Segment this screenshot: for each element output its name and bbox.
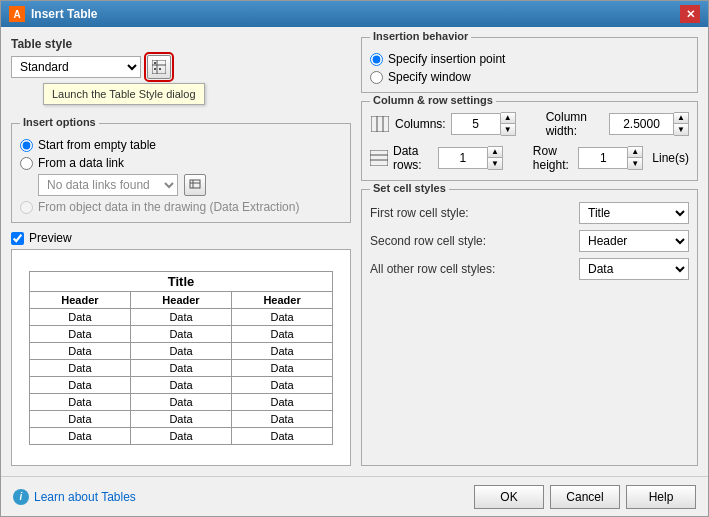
data-rows-setting: Data rows: ▲ ▼: [370, 144, 503, 172]
radio-specify-window-label: Specify window: [388, 70, 471, 84]
columns-icon: [370, 115, 390, 133]
preview-data-1-2: Data: [130, 308, 231, 325]
data-rows-spinner: ▲ ▼: [438, 146, 503, 170]
svg-rect-12: [370, 150, 388, 166]
columns-spinner: ▲ ▼: [451, 112, 516, 136]
rows-icon: [370, 149, 388, 167]
row-height-label: Row height:: [533, 144, 573, 172]
columns-spin-down[interactable]: ▼: [501, 124, 515, 135]
row-height-input[interactable]: [578, 147, 628, 169]
preview-header-cell-2: Header: [130, 291, 231, 308]
preview-title-row: Title: [29, 271, 332, 291]
radio-insertion-point-label: Specify insertion point: [388, 52, 505, 66]
insertion-behavior-group: Insertion behavior Specify insertion poi…: [361, 37, 698, 93]
cancel-button[interactable]: Cancel: [550, 485, 620, 509]
data-link-browse-button[interactable]: [184, 174, 206, 196]
insert-options-label: Insert options: [20, 116, 99, 128]
insertion-radios: Specify insertion point Specify window: [370, 52, 689, 84]
data-rows-spin-down[interactable]: ▼: [488, 158, 502, 169]
preview-label: Preview: [29, 231, 72, 245]
radio-data-link-row: From a data link: [20, 156, 342, 170]
column-width-spin-down[interactable]: ▼: [674, 124, 688, 135]
svg-rect-3: [154, 68, 156, 70]
svg-rect-9: [371, 116, 389, 132]
preview-data-row-6: Data Data Data: [29, 393, 332, 410]
data-rows-label: Data rows:: [393, 144, 433, 172]
table-style-dialog-button[interactable]: [147, 55, 171, 79]
preview-check-row: Preview: [11, 231, 351, 245]
preview-data-row-4: Data Data Data: [29, 359, 332, 376]
data-rows-row: Data rows: ▲ ▼ Row height:: [370, 144, 689, 172]
preview-title-cell: Title: [29, 271, 332, 291]
radio-data-link[interactable]: [20, 157, 33, 170]
svg-rect-4: [159, 68, 161, 70]
data-rows-spin-up[interactable]: ▲: [488, 147, 502, 158]
data-link-select[interactable]: No data links found: [38, 174, 178, 196]
svg-rect-5: [154, 62, 156, 64]
second-row-select[interactable]: Title Header Data: [579, 230, 689, 252]
preview-data-row-8: Data Data Data: [29, 427, 332, 444]
radio-extraction-row: From object data in the drawing (Data Ex…: [20, 200, 342, 214]
preview-header-cell-1: Header: [29, 291, 130, 308]
table-style-icon: [152, 60, 166, 74]
info-icon: i: [13, 489, 29, 505]
row-height-spin-up[interactable]: ▲: [628, 147, 642, 158]
first-row-select[interactable]: Title Header Data: [579, 202, 689, 224]
column-width-spinner: ▲ ▼: [609, 112, 689, 136]
radio-extraction-label: From object data in the drawing (Data Ex…: [38, 200, 299, 214]
preview-data-row-2: Data Data Data: [29, 325, 332, 342]
cell-styles-group: Set cell styles First row cell style: Ti…: [361, 189, 698, 466]
columns-row: Columns: ▲ ▼ Column width:: [370, 110, 689, 138]
learn-link[interactable]: Learn about Tables: [34, 490, 136, 504]
cell-styles-content: First row cell style: Title Header Data …: [370, 202, 689, 280]
other-rows-select[interactable]: Title Header Data: [579, 258, 689, 280]
row-height-spinner-buttons: ▲ ▼: [628, 146, 643, 170]
cell-styles-label: Set cell styles: [370, 182, 449, 194]
rows-svg-icon: [370, 150, 388, 166]
second-row-label: Second row cell style:: [370, 234, 486, 248]
col-row-settings-group: Column & row settings Columns:: [361, 101, 698, 181]
preview-data-row-5: Data Data Data: [29, 376, 332, 393]
ok-button[interactable]: OK: [474, 485, 544, 509]
table-style-label: Table style: [11, 37, 351, 51]
column-width-input[interactable]: [609, 113, 674, 135]
preview-table: Title Header Header Header Data Data Dat…: [29, 271, 333, 445]
title-bar-left: A Insert Table: [9, 6, 97, 22]
radio-extraction[interactable]: [20, 201, 33, 214]
insertion-behavior-label: Insertion behavior: [370, 30, 471, 42]
radio-empty-table[interactable]: [20, 139, 33, 152]
column-width-spinner-buttons: ▲ ▼: [674, 112, 689, 136]
column-width-spin-up[interactable]: ▲: [674, 113, 688, 124]
left-panel: Table style Standard: [11, 37, 351, 466]
footer-right: OK Cancel Help: [474, 485, 696, 509]
app-icon: A: [9, 6, 25, 22]
insert-options-radios: Start from empty table From a data link …: [20, 138, 342, 214]
radio-data-link-label: From a data link: [38, 156, 124, 170]
right-panel: Insertion behavior Specify insertion poi…: [361, 37, 698, 466]
radio-insertion-point[interactable]: [370, 53, 383, 66]
row-height-spin-down[interactable]: ▼: [628, 158, 642, 169]
close-button[interactable]: ✕: [680, 5, 700, 23]
row-height-setting: Row height: ▲ ▼ Line(s): [533, 144, 689, 172]
radio-empty-table-row: Start from empty table: [20, 138, 342, 152]
table-style-select[interactable]: Standard: [11, 56, 141, 78]
preview-checkbox[interactable]: [11, 232, 24, 245]
col-row-settings-label: Column & row settings: [370, 94, 496, 106]
tooltip-box: Launch the Table Style dialog: [43, 83, 205, 105]
radio-specify-window[interactable]: [370, 71, 383, 84]
first-row-style-row: First row cell style: Title Header Data: [370, 202, 689, 224]
table-style-section: Table style Standard: [11, 37, 351, 79]
radio-specify-window-row: Specify window: [370, 70, 689, 84]
help-button[interactable]: Help: [626, 485, 696, 509]
data-rows-input[interactable]: [438, 147, 488, 169]
radio-empty-table-label: Start from empty table: [38, 138, 156, 152]
columns-spin-up[interactable]: ▲: [501, 113, 515, 124]
preview-header-row: Header Header Header: [29, 291, 332, 308]
other-rows-style-row: All other row cell styles: Title Header …: [370, 258, 689, 280]
preview-area: Title Header Header Header Data Data Dat…: [11, 249, 351, 466]
row-height-unit: Line(s): [652, 151, 689, 165]
preview-data-1-1: Data: [29, 308, 130, 325]
column-width-label: Column width:: [546, 110, 604, 138]
columns-input[interactable]: [451, 113, 501, 135]
svg-rect-6: [190, 180, 200, 188]
